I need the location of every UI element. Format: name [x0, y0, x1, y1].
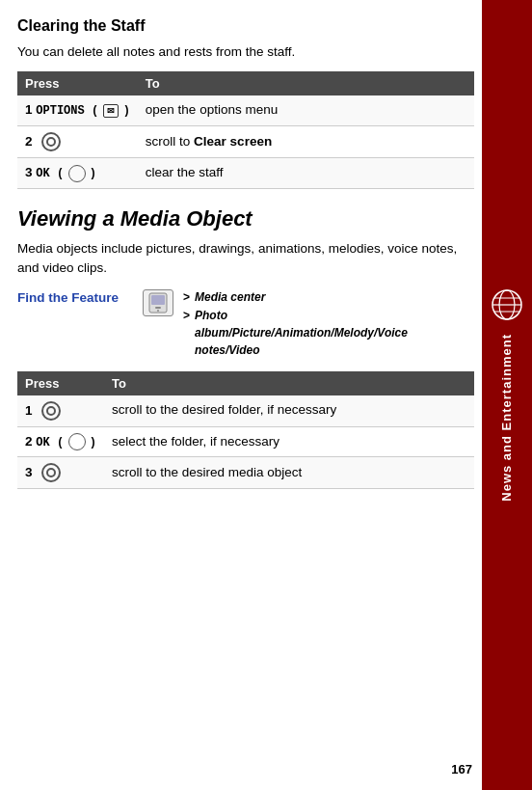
section2-description: Media objects include pictures, drawings… — [17, 239, 474, 279]
section2-table-header-press: Press — [17, 371, 104, 395]
scroll-icon — [41, 401, 61, 421]
table-row: 2 OK ( ) select the folder, if necessary — [17, 426, 474, 457]
s2-ok-circle-icon — [68, 433, 86, 450]
row3-to: clear the staff — [138, 158, 474, 189]
s2-row2-number: 2 — [25, 434, 33, 449]
row2-to: scroll to Clear screen — [138, 126, 474, 158]
row1-number: 1 — [25, 102, 33, 117]
path-arrow-2: > — [183, 307, 190, 324]
s2-row3-number: 3 — [25, 465, 33, 479]
scroll-icon — [41, 463, 61, 482]
ok-label: OK ( — [36, 167, 64, 180]
svg-rect-2 — [155, 307, 161, 309]
section1-table: Press To 1 OPTIONS ( ✉ ) open the option… — [17, 71, 474, 189]
find-feature-block: Find the Feature > Media center > Photo … — [17, 288, 474, 360]
path-arrow-1: > — [183, 288, 190, 306]
section2-table-header-to: To — [104, 371, 474, 395]
find-feature-device-icon — [143, 289, 173, 316]
svg-point-3 — [157, 310, 159, 312]
svg-rect-1 — [151, 295, 165, 305]
table-row: 1 OPTIONS ( ✉ ) open the options menu — [17, 95, 474, 125]
section2-title: Viewing a Media Object — [17, 206, 474, 232]
s2-row1-to: scroll to the desired folder, if necessa… — [104, 395, 474, 427]
path-item-1: > Media center — [183, 288, 387, 306]
s2-row1-press: 1 — [17, 395, 104, 427]
row2-press: 2 — [17, 126, 138, 158]
table-row: 3 OK ( ) clear the staff — [17, 158, 474, 189]
find-feature-path: > Media center > Photo album/Picture/Ani… — [183, 288, 387, 360]
section1-table-header-to: To — [138, 71, 474, 95]
row1-press: 1 OPTIONS ( ✉ ) — [17, 95, 138, 125]
sidebar-globe-icon — [491, 288, 523, 324]
section2-table: Press To 1 scroll to the desired folder,… — [17, 371, 474, 490]
s2-ok-label: OK ( — [36, 436, 64, 449]
options-icon: ✉ — [103, 104, 119, 118]
right-sidebar: News and Entertainment — [482, 0, 532, 790]
ok-paren-close: ) — [90, 167, 96, 180]
table-row: 3 scroll to the desired media object — [17, 457, 474, 489]
row2-number: 2 — [25, 134, 33, 149]
table-row: 1 scroll to the desired folder, if neces… — [17, 395, 474, 427]
device-svg — [147, 292, 169, 313]
row1-to: open the options menu — [138, 95, 474, 125]
section1-title: Clearing the Staff — [17, 17, 474, 35]
s2-row3-press: 3 — [17, 457, 104, 489]
path-item-2: > Photo album/Picture/Animation/Melody/V… — [183, 307, 387, 359]
section1-description: You can delete all notes and rests from … — [17, 42, 474, 62]
table-row: 2 scroll to Clear screen — [17, 126, 474, 158]
s2-row2-to: select the folder, if necessary — [104, 426, 474, 457]
page-content: Clearing the Staff You can delete all no… — [0, 0, 532, 524]
ok-circle-icon — [68, 165, 86, 182]
s2-row3-to: scroll to the desired media object — [104, 457, 474, 489]
options-paren-close: ) — [123, 104, 130, 118]
scroll-icon — [41, 132, 61, 151]
find-feature-label: Find the Feature — [17, 288, 133, 305]
section1-table-header-press: Press — [17, 71, 138, 95]
path-text-1: Media center — [195, 288, 265, 306]
path-text-2: Photo album/Picture/Animation/Melody/Voi… — [195, 307, 387, 359]
row3-press: 3 OK ( ) — [17, 158, 138, 189]
s2-row2-press: 2 OK ( ) — [17, 426, 104, 457]
s2-row1-number: 1 — [25, 402, 33, 417]
s2-ok-paren-close: ) — [90, 436, 96, 449]
page-number: 167 — [451, 762, 472, 776]
options-button: OPTIONS ( — [36, 104, 98, 118]
row3-number: 3 — [25, 165, 33, 179]
sidebar-label: News and Entertainment — [499, 334, 516, 502]
